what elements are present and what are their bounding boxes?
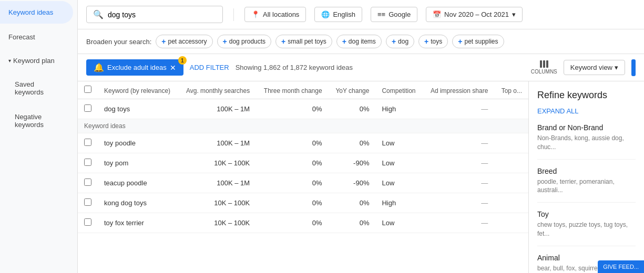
refine-section-title-brand: Brand or Non-Brand bbox=[537, 123, 636, 132]
broaden-chip-dog[interactable]: + dog bbox=[386, 35, 414, 48]
search-box[interactable]: 🔍 bbox=[86, 6, 223, 23]
row-checkbox-cell[interactable] bbox=[78, 213, 98, 233]
broaden-label: Broaden your search: bbox=[86, 38, 151, 46]
toolbar: 🔔 Exclude adult ideas 1 ✕ ADD FILTER Sho… bbox=[78, 54, 644, 81]
refine-section-brand: Brand or Non-Brand Non-Brands, kong, aus… bbox=[537, 123, 636, 160]
location-picker[interactable]: 📍 All locations bbox=[244, 7, 306, 22]
row-checkbox[interactable] bbox=[84, 198, 91, 206]
broaden-search-bar: Broaden your search: + pet accessory + d… bbox=[78, 29, 644, 54]
row-checkbox[interactable] bbox=[84, 218, 91, 226]
sidebar-item-negative-keywords[interactable]: Negative keywords bbox=[0, 106, 73, 136]
sidebar-item-forecast[interactable]: Forecast bbox=[0, 26, 73, 48]
keyword-cell: teacup poodle bbox=[98, 173, 178, 193]
refine-section-breed: Breed poodle, terrier, pomeranian, austr… bbox=[537, 167, 636, 203]
table-area: Keyword (by relevance) Avg. monthly sear… bbox=[78, 81, 644, 273]
row-checkbox-cell[interactable] bbox=[78, 193, 98, 213]
row-checkbox-cell[interactable] bbox=[78, 153, 98, 173]
main-competition-cell: High bbox=[375, 99, 423, 119]
top-cell bbox=[494, 133, 528, 153]
select-all-header[interactable] bbox=[78, 81, 98, 99]
three-month-cell: 0% bbox=[256, 133, 328, 153]
main-row-checkbox-cell[interactable] bbox=[78, 99, 98, 119]
main-keyword-row: dog toys 100K – 1M 0% 0% High — bbox=[78, 99, 528, 119]
refine-section-title-breed: Breed bbox=[537, 167, 636, 175]
main-row-checkbox[interactable] bbox=[84, 104, 91, 112]
top-header: Top o... bbox=[494, 81, 528, 99]
showing-count-text: Showing 1,862 of 1,872 keyword ideas bbox=[236, 64, 525, 71]
main-yoy-cell: 0% bbox=[329, 99, 376, 119]
expand-all-button[interactable]: EXPAND ALL bbox=[537, 107, 636, 115]
broaden-chip-dog-products[interactable]: + dog products bbox=[217, 35, 272, 48]
chevron-down-icon: ▾ bbox=[512, 10, 516, 18]
row-checkbox-cell[interactable] bbox=[78, 173, 98, 193]
keyword-table: Keyword (by relevance) Avg. monthly sear… bbox=[78, 81, 528, 273]
main-top-cell bbox=[494, 99, 528, 119]
broaden-chip-dog-items[interactable]: + dog items bbox=[336, 35, 382, 48]
main-content: 🔍 📍 All locations 🌐 English ≡≡ Google 📅 … bbox=[78, 0, 644, 273]
close-icon[interactable]: ✕ bbox=[170, 64, 176, 72]
columns-icon bbox=[540, 60, 548, 68]
ad-impression-header: Ad impression share bbox=[423, 81, 494, 99]
location-icon: 📍 bbox=[251, 10, 260, 18]
blue-accent-bar bbox=[631, 59, 636, 76]
row-checkbox[interactable] bbox=[84, 139, 91, 146]
give-feedback-button[interactable]: GIVE FEED... bbox=[598, 260, 644, 273]
yoy-cell: -90% bbox=[329, 173, 376, 193]
language-picker[interactable]: 🌐 English bbox=[314, 7, 362, 22]
calendar-icon: 📅 bbox=[433, 10, 441, 18]
broaden-chip-toys[interactable]: + toys bbox=[418, 35, 448, 48]
refine-section-toy: Toy chew toys, puzzle toys, tug toys, fe… bbox=[537, 210, 636, 246]
ad-impression-cell: — bbox=[423, 153, 494, 173]
keyword-cell: toy poodle bbox=[98, 133, 178, 153]
broaden-chip-small-pet-toys[interactable]: + small pet toys bbox=[275, 35, 332, 48]
yoy-cell: 0% bbox=[329, 133, 376, 153]
select-all-checkbox[interactable] bbox=[84, 86, 91, 93]
plus-icon: + bbox=[424, 37, 428, 46]
ad-impression-cell: — bbox=[423, 213, 494, 233]
top-cell bbox=[494, 193, 528, 213]
filter-icon: 🔔 bbox=[94, 62, 104, 72]
row-checkbox-cell[interactable] bbox=[78, 133, 98, 153]
plus-icon: + bbox=[281, 37, 285, 46]
yoy-cell: -90% bbox=[329, 153, 376, 173]
top-cell bbox=[494, 213, 528, 233]
ad-impression-cell: — bbox=[423, 133, 494, 153]
refine-section-sub-breed: poodle, terrier, pomeranian, australi... bbox=[537, 177, 636, 195]
sidebar-item-keyword-ideas[interactable]: Keyword ideas bbox=[0, 1, 73, 24]
row-checkbox[interactable] bbox=[84, 178, 91, 186]
chevron-down-icon: ▾ bbox=[8, 58, 11, 64]
keyword-view-button[interactable]: Keyword view ▾ bbox=[564, 60, 625, 75]
plus-icon: + bbox=[392, 37, 396, 46]
exclude-adult-ideas-button[interactable]: 🔔 Exclude adult ideas 1 ✕ bbox=[86, 59, 183, 76]
main-ad-impression-cell: — bbox=[423, 99, 494, 119]
network-picker[interactable]: ≡≡ Google bbox=[371, 7, 417, 22]
competition-cell: Low bbox=[375, 153, 423, 173]
broaden-chip-pet-accessory[interactable]: + pet accessory bbox=[156, 35, 212, 48]
table-row: toy fox terrier 10K – 100K 0% 0% Low — bbox=[78, 213, 528, 233]
date-picker[interactable]: 📅 Nov 2020 – Oct 2021 ▾ bbox=[426, 7, 523, 22]
sidebar-group-keyword-plan[interactable]: ▾ Keyword plan bbox=[0, 49, 77, 72]
language-icon: 🌐 bbox=[321, 10, 330, 18]
top-cell bbox=[494, 153, 528, 173]
plus-icon: + bbox=[161, 37, 166, 46]
search-input[interactable] bbox=[108, 10, 216, 19]
keyword-cell: toy pom bbox=[98, 153, 178, 173]
add-filter-button[interactable]: ADD FILTER bbox=[190, 64, 229, 71]
sidebar-item-saved-keywords[interactable]: Saved keywords bbox=[0, 73, 73, 103]
table-row: kong dog toys 10K – 100K 0% 0% High — bbox=[78, 193, 528, 213]
three-month-cell: 0% bbox=[256, 193, 328, 213]
plus-icon: + bbox=[223, 37, 227, 46]
three-month-header: Three month change bbox=[256, 81, 328, 99]
keyword-ideas-section-row: Keyword ideas bbox=[78, 119, 528, 133]
three-month-cell: 0% bbox=[256, 153, 328, 173]
avg-monthly-cell: 10K – 100K bbox=[178, 153, 256, 173]
row-checkbox[interactable] bbox=[84, 159, 91, 166]
columns-button[interactable]: COLUMNS bbox=[531, 60, 557, 75]
broaden-chip-pet-supplies[interactable]: + pet supplies bbox=[452, 35, 504, 48]
competition-header: Competition bbox=[375, 81, 423, 99]
plus-icon: + bbox=[342, 37, 346, 46]
refine-panel: Refine keywords EXPAND ALL Brand or Non-… bbox=[528, 81, 644, 273]
avg-monthly-header: Avg. monthly searches bbox=[178, 81, 256, 99]
keyword-header: Keyword (by relevance) bbox=[98, 81, 178, 99]
competition-cell: Low bbox=[375, 173, 423, 193]
